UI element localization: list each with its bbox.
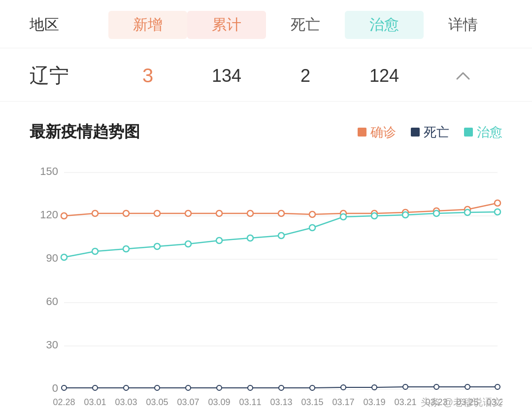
- svg-point-35: [309, 211, 315, 217]
- svg-point-45: [154, 243, 160, 249]
- svg-text:03.15: 03.15: [301, 397, 323, 407]
- confirmed-label: 确诊: [370, 124, 396, 141]
- svg-text:03.07: 03.07: [177, 397, 199, 407]
- svg-point-49: [278, 233, 284, 239]
- svg-text:03.13: 03.13: [270, 397, 292, 407]
- svg-point-32: [216, 210, 222, 216]
- svg-point-66: [341, 385, 346, 390]
- zhiyu-value: 124: [345, 66, 424, 86]
- svg-point-43: [92, 248, 98, 254]
- confirmed-dot: [358, 128, 366, 137]
- watermark: 头条 @老穆说语文: [421, 396, 502, 409]
- main-container: 地区 新增 累计 死亡 治愈 详情 辽宁 3 134 2 124 最新疫情趋势图…: [0, 0, 532, 412]
- svg-point-70: [465, 384, 470, 389]
- svg-point-50: [309, 225, 315, 231]
- chart-section: 最新疫情趋势图 确诊 死亡 治愈: [0, 102, 532, 412]
- legend-confirmed: 确诊: [358, 124, 396, 141]
- chart-legend: 确诊 死亡 治愈: [358, 124, 502, 141]
- chart-title: 最新疫情趋势图: [30, 121, 140, 143]
- legend-recovery: 治愈: [464, 124, 502, 141]
- svg-point-58: [93, 385, 98, 390]
- siwang-value: 2: [266, 66, 345, 86]
- leiji-value: 134: [187, 66, 266, 86]
- svg-point-47: [216, 238, 222, 243]
- svg-point-28: [92, 210, 98, 216]
- svg-point-29: [123, 210, 129, 216]
- svg-point-57: [62, 385, 66, 390]
- svg-text:120: 120: [40, 208, 58, 221]
- svg-point-30: [154, 210, 160, 216]
- legend-death: 死亡: [411, 124, 449, 141]
- svg-point-69: [434, 384, 439, 389]
- svg-text:30: 30: [46, 339, 58, 351]
- svg-point-52: [371, 213, 377, 219]
- svg-point-59: [124, 385, 129, 390]
- header-zhiyu: 治愈: [345, 11, 424, 39]
- svg-point-71: [495, 384, 500, 389]
- region-name: 辽宁: [30, 62, 108, 89]
- svg-point-60: [155, 385, 160, 390]
- header-region: 地区: [30, 15, 108, 35]
- recovery-dot: [464, 128, 473, 137]
- svg-point-44: [123, 246, 129, 252]
- header-leiji: 累计: [187, 11, 266, 39]
- svg-text:150: 150: [40, 165, 58, 177]
- svg-point-61: [186, 385, 191, 390]
- xinzeng-value: 3: [108, 65, 187, 87]
- svg-text:03.03: 03.03: [115, 397, 137, 407]
- svg-text:03.05: 03.05: [146, 397, 168, 407]
- svg-text:03.09: 03.09: [208, 397, 230, 407]
- header-siwang: 死亡: [266, 15, 345, 35]
- svg-point-67: [372, 385, 377, 390]
- svg-text:03.01: 03.01: [84, 397, 106, 407]
- svg-text:0: 0: [52, 382, 58, 394]
- death-label: 死亡: [424, 124, 449, 141]
- svg-point-65: [310, 385, 315, 390]
- table-header: 地区 新增 累计 死亡 治愈 详情: [0, 0, 532, 48]
- svg-point-34: [278, 210, 284, 216]
- recovery-label: 治愈: [477, 124, 502, 141]
- svg-point-64: [279, 385, 284, 390]
- svg-point-53: [402, 212, 408, 218]
- expand-icon[interactable]: [424, 71, 502, 81]
- chart-area: 0 30 60 90 120 150 02.28 03.01 03.03 03.…: [30, 158, 502, 412]
- svg-text:90: 90: [46, 252, 58, 264]
- svg-point-33: [247, 210, 253, 216]
- svg-point-51: [340, 214, 346, 220]
- svg-text:60: 60: [46, 295, 58, 308]
- svg-point-55: [465, 209, 470, 215]
- svg-text:03.11: 03.11: [239, 397, 261, 407]
- svg-point-54: [433, 210, 439, 216]
- svg-point-31: [185, 210, 191, 216]
- svg-point-63: [248, 385, 253, 390]
- death-dot: [411, 128, 420, 137]
- svg-point-42: [61, 254, 67, 260]
- line-chart-svg: 0 30 60 90 120 150 02.28 03.01 03.03 03.…: [30, 158, 502, 412]
- svg-text:03.17: 03.17: [332, 397, 354, 407]
- svg-text:02.28: 02.28: [53, 397, 75, 407]
- header-xinzeng: 新增: [108, 11, 187, 39]
- svg-point-48: [247, 235, 253, 241]
- data-row-liaoning[interactable]: 辽宁 3 134 2 124: [0, 48, 532, 102]
- svg-point-68: [403, 384, 408, 389]
- svg-point-27: [61, 213, 67, 219]
- svg-text:03.19: 03.19: [363, 397, 385, 407]
- svg-point-46: [185, 241, 191, 247]
- header-xiangqing: 详情: [424, 15, 502, 35]
- chart-header: 最新疫情趋势图 确诊 死亡 治愈: [30, 121, 502, 143]
- svg-point-56: [495, 209, 500, 215]
- svg-point-62: [217, 385, 222, 390]
- svg-point-41: [495, 200, 500, 206]
- svg-text:03.21: 03.21: [394, 397, 416, 407]
